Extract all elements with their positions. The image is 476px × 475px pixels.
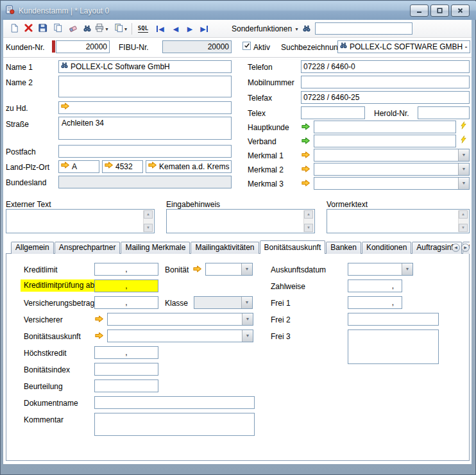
combo-arrow-icon[interactable]: ▼	[458, 149, 469, 161]
export-menu-arrow-icon[interactable]: ▾	[124, 26, 127, 32]
telex-field[interactable]	[301, 106, 365, 119]
externer-text-field[interactable]: ▲▼	[6, 209, 155, 233]
eingabehinweis-field[interactable]: ▲▼	[166, 209, 315, 233]
herold-nr-field[interactable]	[418, 106, 470, 119]
frei1-field[interactable]: ,	[348, 296, 402, 309]
tab-bonitaetsauskunft[interactable]: Bonitätsauskunft	[260, 240, 326, 254]
quick-search-input[interactable]	[315, 22, 412, 35]
tab-scroll-right-button[interactable]: ▶	[461, 244, 470, 252]
bonitaetsauskunft-field[interactable]: ▼	[107, 329, 253, 342]
lookup-arrow-icon[interactable]	[301, 150, 311, 160]
combo-arrow-icon[interactable]: ▼	[458, 163, 469, 175]
zahlweise-field[interactable]: ,	[348, 279, 402, 292]
mobilnummer-field[interactable]	[301, 76, 470, 88]
frei3-field[interactable]	[348, 329, 439, 364]
suchbezeichnung-field[interactable]: POLLEX-LC SOFTWARE GMBH - K	[337, 40, 470, 53]
scrollbar[interactable]: ▲▼	[303, 210, 314, 232]
scroll-up-button[interactable]: ▲	[144, 210, 153, 219]
combo-arrow-icon[interactable]: ▼	[242, 313, 253, 325]
search-button[interactable]	[80, 22, 94, 36]
save-button[interactable]	[35, 22, 49, 36]
hauptkunde-field[interactable]	[314, 121, 456, 133]
aktiv-checkbox[interactable]	[242, 42, 251, 50]
scroll-down-button[interactable]: ▼	[304, 224, 313, 232]
vormerktext-field[interactable]: ▲▼	[327, 209, 470, 233]
kunden-nr-field[interactable]: 20000	[56, 40, 110, 53]
new-record-button[interactable]	[7, 22, 21, 36]
scrollbar[interactable]: ▲▼	[458, 210, 468, 232]
combo-arrow-icon[interactable]: ▼	[242, 330, 253, 342]
next-record-button[interactable]: ▶	[183, 22, 197, 36]
scrollbar[interactable]: ▲▼	[143, 210, 153, 232]
last-record-button[interactable]: ▶	[197, 22, 211, 36]
auskunftsdatum-field[interactable]: ▼	[348, 263, 413, 276]
versicherungsbetrag-field[interactable]: ,	[94, 296, 158, 309]
print-button[interactable]: ▾	[94, 22, 108, 36]
flash-icon[interactable]	[459, 121, 470, 131]
print-menu-arrow-icon[interactable]: ▾	[105, 26, 108, 32]
tab-banken[interactable]: Banken	[326, 242, 361, 254]
versicherer-field[interactable]: ▼	[107, 313, 253, 326]
combo-arrow-icon[interactable]: ▼	[402, 263, 412, 275]
merkmal2-field[interactable]: ▼	[314, 163, 470, 176]
tab-konditionen[interactable]: Konditionen	[362, 242, 411, 254]
merkmal1-field[interactable]: ▼	[314, 149, 470, 162]
combo-arrow-icon[interactable]: ▼	[241, 297, 252, 308]
open-record-arrow-icon[interactable]	[301, 122, 311, 132]
previous-record-button[interactable]: ◀	[169, 22, 183, 36]
scroll-up-button[interactable]: ▲	[459, 210, 468, 219]
tab-ansprechpartner[interactable]: Ansprechpartner	[55, 242, 121, 254]
zu-hd-field[interactable]	[58, 101, 232, 114]
scroll-down-button[interactable]: ▼	[144, 224, 153, 232]
open-record-arrow-icon[interactable]	[301, 136, 311, 146]
kreditlimit-field[interactable]: ,	[94, 263, 158, 276]
lookup-arrow-icon[interactable]	[148, 160, 157, 173]
lookup-arrow-icon[interactable]	[301, 178, 311, 188]
kommentar-field[interactable]	[94, 413, 255, 436]
merkmal3-field[interactable]: ▼	[314, 177, 470, 190]
lookup-arrow-icon[interactable]	[192, 264, 203, 274]
clear-form-button[interactable]	[66, 22, 80, 36]
beurteilung-field[interactable]	[94, 379, 158, 392]
postfach-field[interactable]	[58, 145, 232, 158]
delete-record-button[interactable]	[21, 22, 35, 36]
telefon-field[interactable]: 07228 / 6460-0	[301, 60, 470, 73]
sonderfunktionen-menu[interactable]: Sonderfunktionen ▾	[229, 22, 300, 36]
strasse-field[interactable]: Achleiten 34	[58, 117, 232, 140]
tab-mailingaktivitaeten[interactable]: Mailingaktivitäten	[191, 242, 259, 254]
ort-field[interactable]: Kematen a.d. Krems	[146, 160, 232, 173]
close-button[interactable]	[451, 4, 470, 17]
tab-scroll-left-button[interactable]: ◀	[452, 244, 460, 252]
lookup-arrow-icon[interactable]	[104, 160, 114, 173]
minimize-button[interactable]	[410, 4, 429, 17]
binoculars-icon[interactable]	[339, 41, 348, 53]
bonitaet-field[interactable]: ▼	[205, 263, 253, 276]
lookup-arrow-icon[interactable]	[301, 164, 311, 174]
maximize-button[interactable]	[430, 4, 449, 17]
verband-field[interactable]	[314, 135, 456, 147]
land-field[interactable]: A	[58, 160, 99, 173]
scroll-down-button[interactable]: ▼	[459, 224, 468, 232]
flash-icon[interactable]	[459, 135, 470, 146]
combo-arrow-icon[interactable]: ▼	[458, 178, 469, 189]
export-button[interactable]: ▾	[114, 22, 128, 36]
frei2-field[interactable]	[348, 313, 439, 326]
lookup-arrow-icon[interactable]	[94, 331, 105, 341]
sql-button[interactable]: SQL	[134, 22, 152, 36]
tab-allgemein[interactable]: Allgemein	[11, 242, 54, 254]
lookup-arrow-icon[interactable]	[60, 101, 70, 114]
telefax-field[interactable]: 07228 / 6460-25	[301, 91, 470, 104]
scroll-up-button[interactable]: ▲	[304, 210, 313, 219]
first-record-button[interactable]: ◀	[153, 22, 167, 36]
title-bar[interactable]: Kundenstamm | * Layout 0	[1, 1, 476, 20]
combo-arrow-icon[interactable]: ▼	[241, 263, 252, 275]
name2-field[interactable]	[58, 76, 232, 97]
hoechstkredit-field[interactable]: ,	[94, 346, 158, 359]
plz-field[interactable]: 4532	[102, 160, 143, 173]
tab-mailing-merkmale[interactable]: Mailing Merkmale	[121, 242, 190, 254]
quick-search-button[interactable]	[300, 22, 314, 36]
lookup-arrow-icon[interactable]	[94, 314, 105, 324]
kreditlimitpruefung-field[interactable]: ,	[94, 279, 158, 292]
klasse-field[interactable]: ▼	[194, 296, 253, 309]
name1-field[interactable]: POLLEX-LC Software GmbH	[58, 60, 232, 73]
